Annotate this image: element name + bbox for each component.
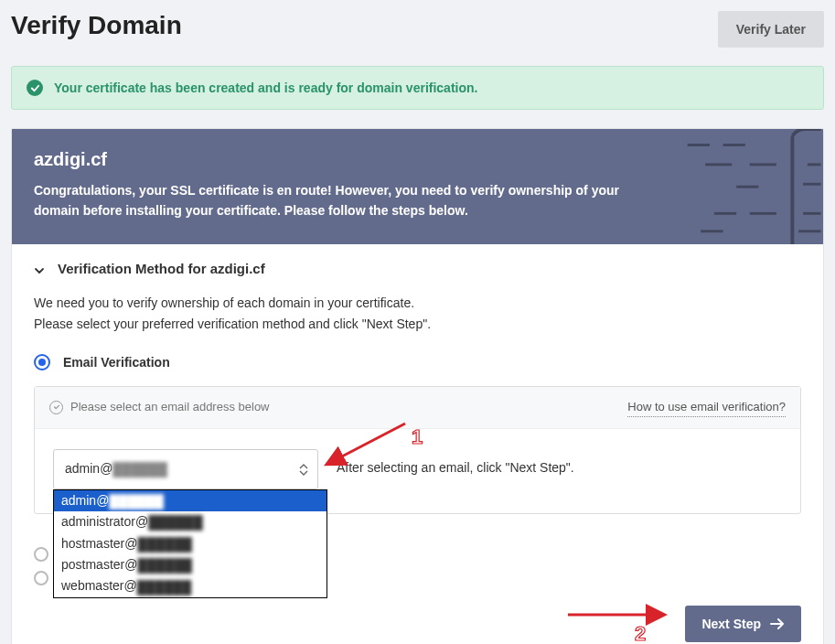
- radio-email-verification[interactable]: [34, 354, 50, 370]
- email-select[interactable]: admin@██████: [53, 449, 318, 488]
- page-title: Verify Domain: [11, 11, 182, 40]
- annotation-arrow-2: 2: [563, 604, 682, 644]
- dropdown-option-admin[interactable]: admin@██████: [54, 490, 327, 511]
- hero-message: Congratulations, your SSL certificate is…: [34, 181, 619, 220]
- success-alert: Your certificate has been created and is…: [11, 66, 824, 110]
- email-panel: Please select an email address below How…: [34, 386, 801, 514]
- chevron-down-icon: [34, 263, 45, 274]
- svg-text:1: 1: [412, 425, 423, 448]
- check-outline-icon: [49, 401, 63, 414]
- panel-prompt: Please select an email address below: [70, 398, 270, 417]
- check-circle-icon: [27, 80, 43, 96]
- hero-banner: azdigi.cf Congratulations, your SSL cert…: [12, 129, 823, 244]
- section-header-verification[interactable]: Verification Method for azdigi.cf: [34, 261, 801, 276]
- email-dropdown: admin@██████ administrator@██████ hostma…: [53, 489, 327, 598]
- alert-text: Your certificate has been created and is…: [54, 80, 477, 95]
- select-arrows-icon: [299, 462, 310, 477]
- verify-later-button[interactable]: Verify Later: [718, 11, 824, 48]
- arrow-right-icon: [770, 618, 785, 629]
- verification-section: Verification Method for azdigi.cf We nee…: [12, 244, 823, 644]
- email-select-value: admin@: [65, 461, 112, 476]
- radio-email-label: Email Verification: [63, 352, 170, 372]
- next-step-label: Next Step: [701, 617, 761, 631]
- section-header-label: Verification Method for azdigi.cf: [58, 261, 265, 276]
- instruction-line-1: We need you to verify ownership of each …: [34, 293, 801, 313]
- dropdown-option-hostmaster[interactable]: hostmaster@██████: [54, 533, 327, 554]
- dropdown-option-webmaster[interactable]: webmaster@██████: [54, 575, 327, 596]
- dropdown-option-postmaster[interactable]: postmaster@██████: [54, 554, 327, 575]
- radio-option-2[interactable]: [34, 547, 48, 562]
- next-step-button[interactable]: Next Step: [685, 606, 801, 642]
- help-link-email-verification[interactable]: How to use email verification?: [627, 398, 786, 418]
- instruction-line-2: Please select your preferred verificatio…: [34, 314, 801, 334]
- dropdown-option-administrator[interactable]: administrator@██████: [54, 511, 327, 532]
- svg-text:2: 2: [635, 622, 646, 644]
- main-card: azdigi.cf Congratulations, your SSL cert…: [11, 128, 824, 644]
- radio-option-3[interactable]: [34, 571, 48, 585]
- after-select-hint: After selecting an email, click "Next St…: [337, 449, 574, 478]
- decorative-lines-icon: [658, 129, 823, 244]
